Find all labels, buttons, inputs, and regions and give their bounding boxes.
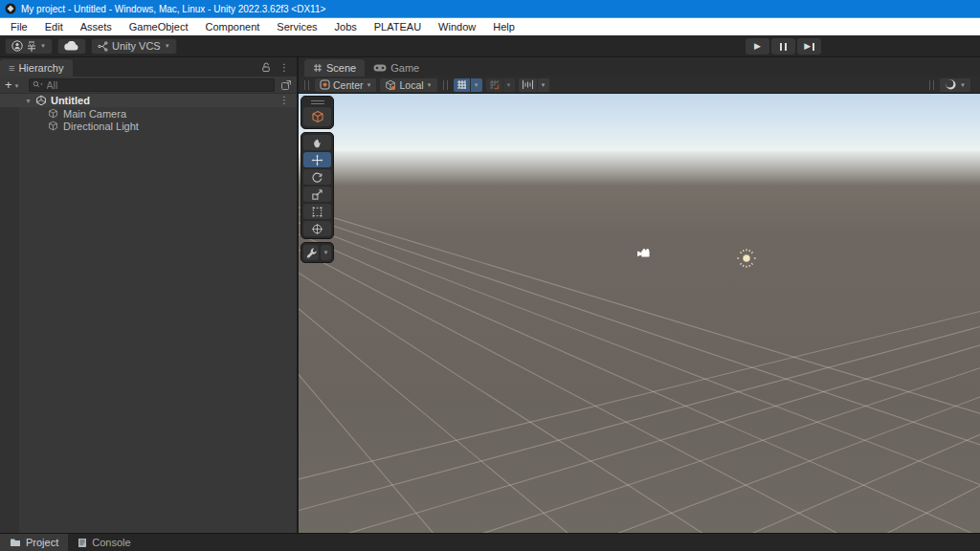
orange-cube-icon (311, 110, 324, 123)
tab-game[interactable]: Game (365, 59, 428, 77)
kebab-menu-icon[interactable]: ⋮ (279, 63, 289, 73)
popout-icon[interactable] (280, 79, 292, 91)
unity-vcs-dropdown[interactable]: Unity VCS ▼ (91, 38, 177, 55)
hierarchy-item-untitled[interactable]: ▼ Untitled ⋮ (0, 94, 297, 107)
chevron-down-icon: ▼ (165, 43, 170, 49)
gameobject-cube-icon (48, 108, 58, 119)
camera-gizmo[interactable] (636, 249, 651, 259)
unity-app-icon (5, 3, 16, 14)
toolbar-separator (929, 80, 934, 90)
expander-icon[interactable]: ▼ (25, 98, 32, 104)
view-cube-tool-button[interactable] (303, 107, 331, 126)
orientation-dropdown[interactable]: Local ▼ (380, 78, 436, 92)
play-button[interactable]: ▶ (746, 38, 769, 55)
kebab-menu-icon[interactable]: ⋮ (279, 96, 297, 105)
view-options-dropdown[interactable]: ▼ (940, 78, 970, 92)
menu-gameobject[interactable]: GameObject (121, 18, 197, 35)
transform-tool-button[interactable] (303, 221, 331, 236)
account-dropdown-button[interactable]: ▼ (5, 38, 53, 55)
step-button[interactable]: ▶ (797, 38, 821, 55)
game-tab-label: Game (390, 62, 419, 74)
menu-services[interactable]: Services (268, 18, 325, 35)
crescent-view-icon (945, 78, 957, 91)
pivot-icon (320, 79, 330, 90)
transform-icon (311, 223, 323, 235)
scene-toolbar: Center ▼ Local ▼ ▼ (299, 77, 980, 94)
pivot-mode-dropdown[interactable]: Center ▼ (315, 78, 376, 92)
tab-scene[interactable]: Scene (304, 59, 365, 77)
horizon-fog (299, 147, 980, 186)
menu-jobs[interactable]: Jobs (326, 18, 366, 35)
search-icon (33, 80, 44, 89)
scene-tab-label: Scene (326, 62, 356, 74)
snap-increment-button[interactable] (519, 78, 537, 92)
playback-controls: ▶ ▶ (746, 38, 821, 55)
hierarchy-search[interactable] (29, 78, 275, 92)
gameobject-cube-icon (48, 121, 58, 131)
custom-tools-dropdown[interactable]: ▼ (321, 245, 331, 260)
hierarchy-item-directional-light[interactable]: Directional Light (0, 120, 297, 132)
menu-help[interactable]: Help (484, 18, 523, 35)
rotate-tool-button[interactable] (303, 169, 331, 185)
hierarchy-tree: ▼ Untitled ⋮ Main Camera Directional Lig… (0, 94, 297, 533)
console-tab-label: Console (92, 537, 130, 548)
pause-icon (779, 43, 789, 51)
menu-window[interactable]: Window (430, 18, 484, 35)
scene-name: Untitled (51, 95, 90, 106)
scene-tabstrip: Scene Game (299, 57, 980, 77)
grid-visibility-toggle[interactable] (454, 78, 470, 92)
move-tool-button[interactable] (303, 152, 331, 167)
scale-icon (311, 188, 323, 201)
grid-visibility-dropdown[interactable]: ▼ (471, 78, 482, 92)
user-icon (11, 40, 23, 52)
tab-console[interactable]: Console (68, 534, 140, 551)
tools-overlay: ▼ (301, 96, 334, 266)
overlay-grip[interactable] (303, 99, 331, 105)
increment-snap-icon (522, 79, 534, 90)
hamburger-icon: ≡ (9, 63, 14, 74)
menu-file[interactable]: File (2, 18, 36, 35)
menu-edit[interactable]: Edit (36, 18, 72, 35)
pause-button[interactable] (771, 38, 795, 55)
create-object-button[interactable]: + ▼ (5, 77, 20, 92)
gameobject-name: Directional Light (63, 121, 139, 132)
scene-asset-icon (35, 95, 47, 106)
chevron-down-icon: ▼ (40, 43, 46, 49)
toolbar-separator (443, 80, 448, 90)
scene-viewport[interactable]: ▼ (299, 94, 980, 533)
scale-tool-button[interactable] (303, 187, 331, 202)
hand-tool-button[interactable] (303, 135, 331, 150)
menubar: File Edit Assets GameObject Component Se… (0, 18, 980, 35)
hierarchy-toolbar: + ▼ (0, 77, 297, 94)
chevron-down-icon: ▼ (367, 82, 372, 88)
snap-increment-dropdown[interactable]: ▼ (538, 78, 549, 92)
menu-component[interactable]: Component (196, 18, 268, 35)
chevron-down-icon: ▼ (427, 82, 433, 88)
scene-grid-icon (313, 63, 323, 73)
lock-icon[interactable] (261, 62, 271, 73)
tab-project[interactable]: Project (0, 534, 68, 551)
snap-settings-button[interactable] (486, 78, 502, 92)
vcs-label: Unity VCS (112, 40, 161, 52)
search-input[interactable] (47, 79, 271, 91)
grid-icon (457, 79, 467, 90)
rect-tool-button[interactable] (303, 204, 331, 219)
pivot-label: Center (333, 79, 364, 91)
snap-settings-dropdown[interactable]: ▼ (503, 78, 515, 92)
directional-light-gizmo[interactable] (736, 248, 757, 269)
custom-tools-button[interactable] (303, 245, 319, 260)
move-icon (311, 154, 323, 166)
rotate-icon (311, 171, 323, 184)
toolbar-grip[interactable] (304, 80, 309, 90)
account-badge-icon (27, 40, 36, 52)
window-title: My project - Untitled - Windows, Mac, Li… (21, 4, 325, 14)
branch-icon (98, 41, 108, 52)
plus-icon: + (5, 77, 12, 92)
cloud-services-button[interactable] (57, 38, 86, 55)
tab-hierarchy[interactable]: ≡ Hierarchy (0, 59, 73, 77)
cloud-icon (64, 41, 79, 51)
menu-plateau[interactable]: PLATEAU (366, 18, 430, 35)
hierarchy-item-main-camera[interactable]: Main Camera (0, 107, 297, 120)
console-icon (78, 538, 87, 548)
menu-assets[interactable]: Assets (72, 18, 121, 35)
